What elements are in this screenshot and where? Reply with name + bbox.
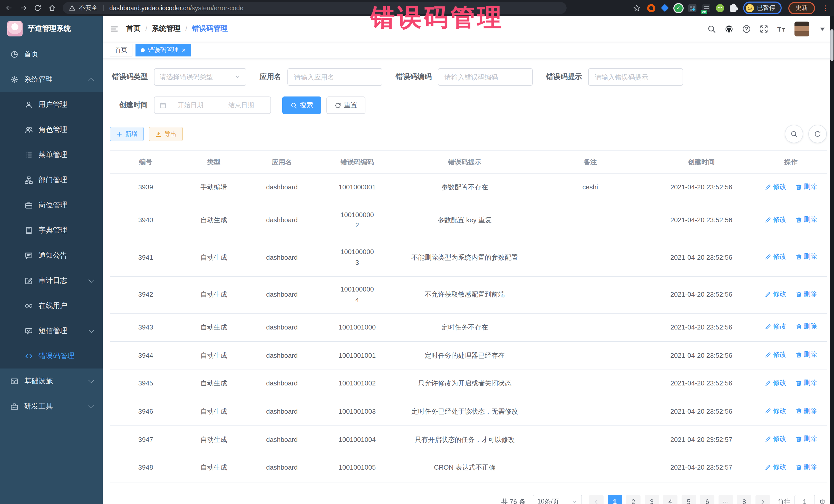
extension-icon[interactable] [647, 4, 655, 12]
extension-icon[interactable] [716, 4, 724, 12]
scrollbar-thumb[interactable] [830, 29, 833, 61]
add-button[interactable]: 新增 [110, 127, 144, 141]
delete-icon [795, 254, 802, 260]
cell-code: 1001001004 [318, 426, 396, 454]
back-icon[interactable] [5, 4, 13, 12]
next-page-button[interactable] [755, 495, 770, 504]
close-icon[interactable] [182, 47, 185, 53]
delete-link[interactable]: 删除 [795, 462, 817, 473]
edit-link[interactable]: 修改 [765, 406, 787, 416]
sidebar-item-sms-management[interactable]: 短信管理 [0, 318, 103, 343]
menu-list-icon [25, 151, 33, 159]
page-button-6[interactable]: 6 [700, 495, 715, 504]
delete-link[interactable]: 删除 [795, 406, 817, 416]
error-code-input[interactable] [438, 68, 533, 86]
profile-paused-badge[interactable]: 已暂停 [743, 2, 782, 14]
page-button-2[interactable]: 2 [626, 495, 640, 504]
page-button-1[interactable]: 1 [608, 495, 622, 504]
github-icon[interactable] [725, 24, 733, 33]
delete-link[interactable]: 删除 [795, 182, 817, 193]
edit-link[interactable]: 修改 [765, 434, 787, 444]
edit-icon [765, 254, 772, 260]
create-time-range-picker[interactable]: 开始日期 - 结束日期 [154, 96, 271, 114]
cell-type: 自动生成 [181, 239, 246, 277]
delete-link[interactable]: 删除 [795, 322, 817, 332]
delete-link[interactable]: 删除 [795, 289, 817, 300]
table-row: 3939 手动编辑 dashboard 1001000001 参数配置不存在 c… [110, 174, 827, 202]
cell-code: 1001001001 [318, 342, 396, 370]
page-more-button[interactable]: ··· [719, 495, 733, 504]
column-header: 操作 [755, 151, 827, 174]
sidebar-item-system-management[interactable]: 系统管理 [0, 67, 103, 92]
extension-icon[interactable] [702, 4, 710, 12]
edit-link[interactable]: 修改 [765, 289, 787, 300]
scrollbar[interactable] [830, 16, 834, 504]
sidebar-item-audit-log[interactable]: 审计日志 [0, 268, 103, 293]
fullscreen-icon[interactable] [760, 24, 768, 33]
forward-icon[interactable] [20, 4, 27, 12]
edit-link[interactable]: 修改 [765, 378, 787, 389]
extension-icon[interactable] [688, 4, 697, 12]
breadcrumb-item-system[interactable]: 系统管理 [152, 24, 181, 34]
tag-home[interactable]: 首页 [110, 44, 132, 57]
page-button-3[interactable]: 3 [644, 495, 659, 504]
app-brand[interactable]: 芋道管理系统 [0, 16, 103, 42]
active-dot [140, 48, 145, 52]
page-button-5[interactable]: 5 [682, 495, 696, 504]
page-size-select[interactable]: 10条/页 [533, 495, 582, 504]
user-avatar[interactable] [794, 21, 809, 36]
home-icon[interactable] [48, 4, 56, 12]
delete-link[interactable]: 删除 [795, 214, 817, 225]
search-button[interactable]: 搜索 [282, 96, 321, 114]
extension-icon[interactable] [661, 4, 669, 12]
error-type-select[interactable]: 请选择错误码类型 [154, 68, 246, 86]
sidebar-item-role-management[interactable]: 角色管理 [0, 117, 103, 142]
error-msg-input[interactable] [588, 68, 683, 86]
sidebar-item-dept-management[interactable]: 部门管理 [0, 167, 103, 193]
sidebar-item-home[interactable]: 首页 [0, 42, 103, 67]
header-search-icon[interactable] [707, 24, 716, 33]
caret-down-icon[interactable] [818, 24, 827, 33]
reload-icon[interactable] [34, 4, 42, 12]
edit-link[interactable]: 修改 [765, 350, 787, 360]
edit-link[interactable]: 修改 [765, 182, 787, 193]
sidebar-item-notice-announcement[interactable]: 通知公告 [0, 243, 103, 268]
edit-link[interactable]: 修改 [765, 462, 787, 473]
breadcrumb-separator [185, 25, 187, 33]
prev-page-button[interactable] [589, 495, 603, 504]
sidebar-item-dict-management[interactable]: 字典管理 [0, 218, 103, 243]
delete-link[interactable]: 删除 [795, 434, 817, 444]
refresh-table-button[interactable] [808, 125, 827, 143]
delete-link[interactable]: 删除 [795, 350, 817, 360]
question-icon[interactable] [742, 24, 751, 33]
sidebar-item-infrastructure[interactable]: 基础设施 [0, 369, 103, 394]
hamburger-icon[interactable] [110, 24, 118, 33]
tag-error-code-management[interactable]: 错误码管理 [135, 44, 191, 57]
app-name-input[interactable] [287, 68, 382, 86]
fontsize-icon[interactable]: TT [777, 24, 786, 33]
edit-link[interactable]: 修改 [765, 251, 787, 262]
sidebar-item-error-code-management[interactable]: 错误码管理 [0, 343, 103, 369]
export-button[interactable]: 导出 [149, 127, 183, 141]
extensions-puzzle-icon[interactable] [730, 5, 737, 12]
bookmark-star-icon[interactable] [633, 4, 640, 12]
sidebar-item-dev-tools[interactable]: 研发工具 [0, 394, 103, 419]
sidebar-item-menu-management[interactable]: 菜单管理 [0, 142, 103, 167]
delete-link[interactable]: 删除 [795, 378, 817, 389]
edit-link[interactable]: 修改 [765, 322, 787, 332]
page-button-8[interactable]: 8 [737, 495, 751, 504]
sidebar-item-user-management[interactable]: 用户管理 [0, 92, 103, 117]
reset-button[interactable]: 重置 [326, 96, 366, 114]
sidebar-item-post-management[interactable]: 岗位管理 [0, 193, 103, 218]
delete-icon [795, 324, 802, 330]
delete-link[interactable]: 删除 [795, 251, 817, 262]
extension-icon[interactable] [674, 4, 683, 12]
browser-update-button[interactable]: 更新 [788, 2, 815, 14]
goto-page-input[interactable] [794, 495, 815, 504]
breadcrumb-item-home[interactable]: 首页 [126, 24, 140, 34]
kebab-menu-icon[interactable] [822, 4, 829, 12]
toggle-search-button[interactable] [785, 125, 803, 143]
edit-link[interactable]: 修改 [765, 214, 787, 225]
sidebar-item-online-user[interactable]: 在线用户 [0, 293, 103, 318]
page-button-4[interactable]: 4 [663, 495, 678, 504]
